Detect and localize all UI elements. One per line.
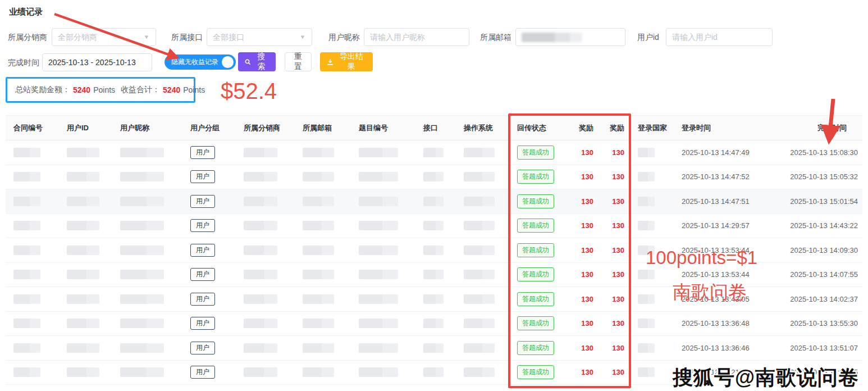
redacted-os — [464, 245, 495, 255]
redacted-country — [638, 148, 655, 157]
redacted-country — [638, 245, 655, 255]
finish-time-range-input[interactable] — [42, 53, 152, 71]
reward-value: 130 — [612, 270, 624, 279]
nickname-input[interactable] — [364, 28, 469, 46]
redacted-nickname — [120, 343, 164, 353]
redacted-interface — [423, 245, 444, 255]
redacted-os — [464, 367, 495, 377]
search-icon — [245, 58, 251, 66]
export-button[interactable]: 导出结果 — [320, 52, 373, 71]
redacted-email — [303, 197, 334, 206]
redacted-distributor — [244, 148, 277, 157]
status-badge: 答题成功 — [517, 341, 554, 355]
table-header-row: 合同编号 用户ID 用户昵称 用户分组 所属分销商 所属邮箱 题目编号 接口 操… — [6, 116, 862, 140]
reward-value: 130 — [612, 246, 624, 254]
redacted-email — [303, 319, 334, 328]
redacted-question-id — [359, 367, 398, 377]
redacted-os — [464, 270, 495, 279]
total-reward-unit: Points — [93, 85, 115, 94]
reset-button-label: 重 置 — [292, 52, 304, 72]
col-reward-2: 奖励 — [599, 116, 630, 140]
login-time-cell: 2025-10-13 13:21:52 — [674, 360, 775, 385]
distributor-select[interactable]: 全部分销商 ▼ — [52, 28, 156, 46]
reward-value: 130 — [581, 270, 593, 279]
redacted-contract-id — [13, 221, 40, 230]
reset-button[interactable]: 重 置 — [285, 52, 312, 71]
reward-value: 130 — [581, 344, 593, 352]
redacted-user-id — [67, 319, 99, 328]
redacted-contract-id — [13, 148, 40, 157]
redacted-contract-id — [13, 294, 40, 304]
redacted-email — [303, 367, 334, 377]
redacted-nickname — [120, 294, 164, 304]
redacted-user-id — [67, 172, 99, 181]
interface-select[interactable]: 全部接口 ▼ — [207, 28, 312, 46]
search-button-label: 搜 索 — [254, 52, 269, 72]
redacted-nickname — [120, 245, 164, 255]
summary-box: 总站奖励金额： 5240 Points 收益合计： 5240 Points — [6, 77, 195, 103]
redacted-country — [638, 367, 655, 377]
redacted-contract-id — [13, 270, 40, 279]
user-group-tag: 用户 — [190, 170, 215, 183]
records-table: 合同编号 用户ID 用户昵称 用户分组 所属分销商 所属邮箱 题目编号 接口 操… — [6, 115, 862, 385]
user-group-tag: 用户 — [190, 219, 215, 232]
redacted-nickname — [120, 270, 164, 279]
redacted-country — [638, 172, 655, 181]
reward-value: 130 — [581, 368, 593, 376]
redacted-email — [303, 343, 334, 353]
redacted-interface — [423, 197, 444, 206]
finish-time-cell: 2025-10-13 13:36:35 — [775, 360, 862, 385]
redacted-distributor — [244, 343, 277, 353]
user-group-tag: 用户 — [190, 317, 215, 330]
redacted-email — [303, 245, 334, 255]
finish-time-cell: 2025-10-13 14:09:30 — [775, 238, 862, 263]
redacted-country — [638, 197, 655, 206]
status-badge: 答题成功 — [517, 243, 554, 257]
status-badge: 答题成功 — [517, 219, 554, 233]
col-finish-time: 完成时间 — [775, 116, 862, 140]
redacted-country — [638, 343, 655, 353]
redacted-nickname — [120, 148, 164, 157]
table-row: 用户 答题成功 130 130 2025-10-13 13:53:44 2025… — [6, 238, 862, 263]
col-user-id: 用户ID — [59, 116, 112, 140]
reward-value: 130 — [612, 319, 624, 328]
table-row: 用户 答题成功 130 130 2025-10-13 13:36:46 2025… — [6, 336, 862, 361]
user-group-tag: 用户 — [190, 342, 215, 354]
performance-records-page: 业绩记录 所属分销商 全部分销商 ▼ 所属接口 全部接口 ▼ 用户昵称 所属邮箱… — [0, 0, 868, 391]
redacted-os — [464, 294, 495, 304]
status-badge: 答题成功 — [517, 146, 554, 160]
hide-no-income-toggle[interactable]: 隐藏无收益记录 — [165, 54, 236, 70]
redacted-user-id — [67, 221, 99, 230]
login-time-cell: 2025-10-13 14:47:51 — [674, 189, 775, 214]
redacted-nickname — [120, 197, 164, 206]
user-id-input[interactable] — [666, 28, 773, 46]
income-total-label: 收益合计： — [121, 85, 160, 95]
redacted-email — [303, 270, 334, 279]
finish-time-cell: 2025-10-13 13:51:07 — [775, 336, 862, 361]
finish-time-cell: 2025-10-13 13:55:30 — [775, 311, 862, 336]
interface-label: 所属接口 — [171, 28, 203, 46]
reward-value: 130 — [612, 295, 624, 303]
redacted-question-id — [359, 319, 398, 328]
chevron-down-icon: ▼ — [299, 30, 306, 44]
user-group-tag: 用户 — [190, 293, 215, 306]
redacted-contract-id — [13, 343, 40, 353]
redacted-email — [303, 221, 334, 230]
redacted-os — [464, 221, 495, 230]
finish-time-label: 完成时间 — [8, 53, 39, 71]
redacted-interface — [423, 172, 444, 181]
redacted-question-id — [359, 245, 398, 255]
redacted-user-id — [67, 148, 99, 157]
col-login-time: 登录时间 — [674, 116, 775, 140]
redacted-nickname — [120, 221, 164, 230]
user-group-tag: 用户 — [190, 195, 215, 208]
toggle-label: 隐藏无收益记录 — [171, 57, 218, 67]
redacted-email-value — [522, 33, 582, 42]
search-button[interactable]: 搜 索 — [238, 52, 276, 71]
redacted-interface — [423, 294, 444, 304]
reward-value: 130 — [612, 148, 624, 157]
table-row: 用户 答题成功 130 130 2025-10-13 13:53:44 2025… — [6, 262, 862, 287]
col-question-id: 题目编号 — [351, 116, 415, 140]
col-login-country: 登录国家 — [630, 116, 674, 140]
email-input[interactable] — [515, 28, 625, 46]
